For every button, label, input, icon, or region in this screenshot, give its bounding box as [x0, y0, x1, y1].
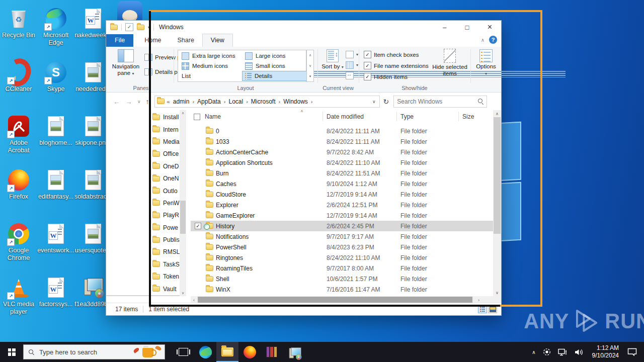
- column-header-size[interactable]: Size: [462, 113, 474, 120]
- desktop-icon-bloghome[interactable]: bloghome...: [37, 113, 74, 166]
- tray-app-icon[interactable]: [539, 342, 554, 362]
- back-button[interactable]: ←: [113, 98, 120, 106]
- desktop-icon-recycle-bin[interactable]: Recycle Bin: [0, 5, 37, 59]
- file-row-application-shortcuts[interactable]: Application Shortcuts8/24/2022 11:10 AMF…: [191, 157, 493, 168]
- file-row-explorer[interactable]: Explorer2/6/2024 12:51 PMFile folder: [191, 200, 493, 210]
- refresh-icon[interactable]: ↻: [380, 98, 393, 106]
- layout-option-small-icons[interactable]: Small icons: [242, 61, 308, 71]
- desktop-icon-firefox[interactable]: Firefox: [0, 166, 37, 220]
- taskbar-installer-button[interactable]: [283, 342, 305, 362]
- checkbox-file-name-extensions[interactable]: ✓File name extensions: [364, 62, 429, 69]
- breadcrumb-separator[interactable]: ›: [246, 99, 249, 105]
- taskbar-firefox-button[interactable]: [238, 342, 261, 362]
- minimize-button[interactable]: –: [433, 21, 456, 34]
- breadcrumb-admin[interactable]: admin: [172, 98, 191, 105]
- size-columns-button[interactable]: [346, 72, 354, 79]
- layout-gallery-scroll[interactable]: ∧∨▾: [306, 50, 314, 82]
- taskbar-clock[interactable]: 1:12 AM 9/10/2024: [587, 344, 624, 359]
- collapse-ribbon-icon[interactable]: ∧: [481, 37, 485, 43]
- file-row-shell[interactable]: Shell10/6/2021 1:57 PMFile folder: [191, 274, 493, 284]
- network-icon[interactable]: [554, 342, 571, 362]
- breadcrumb-separator[interactable]: ›: [192, 99, 195, 105]
- options-button[interactable]: Options▾: [474, 49, 498, 77]
- row-checkbox[interactable]: ✓: [195, 223, 201, 229]
- layout-option-medium-icons[interactable]: Medium icons: [179, 61, 245, 71]
- breadcrumb-windows[interactable]: Windows: [282, 98, 309, 105]
- tree-scrollbar[interactable]: ∧ ∨: [180, 110, 186, 296]
- desktop-icon-ccleaner[interactable]: CCleaner: [0, 59, 37, 113]
- file-row-cloudstore[interactable]: CloudStore12/7/2019 9:14 AMFile folder: [191, 189, 493, 200]
- file-row-actioncentercache[interactable]: ActionCenterCache9/7/2022 8:42 AMFile fo…: [191, 147, 493, 157]
- file-row-powershell[interactable]: PowerShell8/4/2023 6:23 PMFile folder: [191, 242, 493, 252]
- taskbar-winrar-button[interactable]: [261, 342, 283, 362]
- breadcrumb-microsoft[interactable]: Microsoft: [250, 98, 277, 105]
- checkbox-item-check-boxes[interactable]: ✓Item check boxes: [364, 51, 419, 58]
- tree-item-rmsl[interactable]: RMSL: [106, 246, 180, 258]
- file-row-burn[interactable]: Burn8/24/2022 11:51 AMFile folder: [191, 168, 493, 178]
- desktop-icon-vlc-media-player[interactable]: VLC media player: [0, 274, 37, 328]
- list-scrollbar-thumb[interactable]: [494, 117, 501, 234]
- volume-icon[interactable]: [571, 342, 587, 362]
- desktop-icon-factorssys[interactable]: factorssys...: [37, 274, 74, 328]
- tab-file[interactable]: File: [106, 34, 133, 47]
- search-highlight-decoration[interactable]: [133, 345, 163, 359]
- new-folder-icon[interactable]: [137, 25, 144, 30]
- desktop-icon-eventswork[interactable]: eventswork...: [37, 220, 74, 274]
- breadcrumb-separator[interactable]: ›: [310, 99, 313, 105]
- breadcrumb-overflow-icon[interactable]: «: [167, 99, 171, 105]
- hide-selected-items-button[interactable]: Hide selected items: [432, 49, 467, 77]
- recent-locations-icon[interactable]: ∨: [137, 99, 141, 104]
- column-header-type[interactable]: Type: [400, 113, 414, 120]
- navigation-pane-button[interactable]: Navigation pane ▾: [110, 49, 141, 77]
- file-row-0[interactable]: 08/24/2022 11:11 AMFile folder: [191, 126, 493, 136]
- tree-item-playr[interactable]: PlayR: [106, 209, 180, 221]
- file-row-ringtones[interactable]: Ringtones8/24/2022 11:10 AMFile folder: [191, 252, 493, 263]
- tree-item-office[interactable]: Office: [106, 148, 180, 160]
- breadcrumb-separator[interactable]: ›: [278, 99, 281, 105]
- tab-home[interactable]: Home: [136, 34, 169, 47]
- taskbar-search[interactable]: Type here to search: [23, 344, 165, 359]
- maximize-button[interactable]: □: [456, 21, 478, 34]
- task-view-button[interactable]: [172, 342, 194, 362]
- tree-item-windo[interactable]: Windo: [106, 295, 180, 296]
- file-row-1033[interactable]: 10338/24/2022 11:11 AMFile folder: [191, 136, 493, 147]
- desktop-icon-editfantasy[interactable]: editfantasy...: [37, 166, 74, 220]
- file-row-gameexplorer[interactable]: GameExplorer12/7/2019 9:14 AMFile folder: [191, 210, 493, 221]
- taskbar-explorer-button[interactable]: [216, 342, 238, 362]
- tray-expand-icon[interactable]: ∧: [528, 342, 539, 362]
- address-box[interactable]: «admin›AppData›Local›Microsoft›Windows› …: [154, 96, 380, 108]
- tree-item-tasks[interactable]: TaskS: [106, 258, 180, 270]
- tree-item-publis[interactable]: Publis: [106, 234, 180, 246]
- tree-scrollbar-thumb[interactable]: [180, 201, 186, 234]
- file-row-history[interactable]: ✓History2/6/2024 2:45 PMFile folder: [191, 221, 493, 231]
- file-row-notifications[interactable]: Notifications9/7/2017 9:17 AMFile folder: [191, 231, 493, 242]
- close-button[interactable]: ×: [478, 21, 501, 34]
- desktop-icon-microsoft-edge[interactable]: Microsoft Edge: [37, 5, 74, 59]
- start-button[interactable]: [0, 342, 23, 362]
- file-row-winx[interactable]: WinX7/16/2016 11:47 AMFile folder: [191, 284, 493, 295]
- tree-item-install[interactable]: Install: [106, 111, 180, 123]
- breadcrumb-appdata[interactable]: AppData: [196, 98, 222, 105]
- layout-option-large-icons[interactable]: Large icons: [242, 51, 308, 61]
- file-row-roamingtiles[interactable]: RoamingTiles9/7/2017 8:00 AMFile folder: [191, 263, 493, 274]
- tree-item-onen[interactable]: OneN: [106, 172, 180, 185]
- file-row-caches[interactable]: Caches9/10/2024 1:12 AMFile folder: [191, 178, 493, 189]
- tree-item-outlo[interactable]: Outlo: [106, 185, 180, 197]
- select-all-checkbox[interactable]: [194, 114, 200, 120]
- breadcrumb-separator[interactable]: ›: [223, 99, 226, 105]
- checkbox-hidden-items[interactable]: ✓Hidden items: [364, 73, 408, 80]
- desktop-icon-adobe-acrobat[interactable]: Adobe Acrobat: [0, 113, 37, 166]
- group-by-button[interactable]: ▾: [346, 51, 358, 58]
- partially-hidden-desktop-icon[interactable]: [117, 1, 142, 20]
- layout-option-list[interactable]: List: [179, 71, 245, 81]
- desktop-icon-skype[interactable]: Skype: [37, 59, 74, 113]
- list-vertical-scrollbar[interactable]: ∧ ∨: [493, 110, 501, 296]
- column-header-date[interactable]: Date modified: [327, 113, 364, 120]
- desktop-icon-google-chrome[interactable]: Google Chrome: [0, 220, 37, 274]
- tree-item-token[interactable]: Token: [106, 270, 180, 283]
- tree-item-penw[interactable]: PenW: [106, 197, 180, 209]
- tree-item-media[interactable]: Media: [106, 136, 180, 148]
- search-box[interactable]: Search Windows: [393, 96, 487, 108]
- tab-share[interactable]: Share: [170, 34, 202, 47]
- sort-by-button[interactable]: Sort by ▾: [321, 49, 344, 70]
